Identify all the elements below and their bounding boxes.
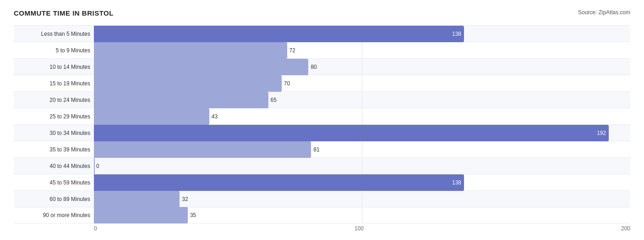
bar-row: 40 to 44 Minutes0: [14, 157, 630, 174]
bar-fill: [94, 191, 180, 207]
bar-track: 81: [94, 141, 630, 158]
bar-value: 65: [271, 97, 277, 103]
bar-label: 30 to 34 Minutes: [14, 130, 94, 136]
bar-track: 70: [94, 75, 630, 92]
bar-value: 138: [452, 31, 461, 37]
bar-row: 35 to 39 Minutes81: [14, 141, 630, 157]
bar-fill: 192: [94, 125, 609, 141]
bar-label: 15 to 19 Minutes: [14, 80, 94, 87]
bar-row: Less than 5 Minutes138: [14, 25, 630, 42]
x-tick: 100: [355, 225, 364, 232]
bar-fill: [94, 92, 268, 108]
x-axis: 0100200: [14, 225, 630, 232]
bar-label: 20 to 24 Minutes: [14, 97, 94, 103]
chart-title: COMMUTE TIME IN BRISTOL: [14, 9, 114, 17]
bar-value: 138: [452, 179, 461, 186]
bar-track: 72: [94, 42, 630, 59]
bar-track: 80: [94, 59, 630, 75]
bar-track: 35: [94, 207, 630, 223]
bar-label: Less than 5 Minutes: [14, 31, 94, 37]
bar-value: 35: [190, 212, 196, 218]
bar-fill: 138: [94, 174, 464, 191]
chart-area: Less than 5 Minutes1385 to 9 Minutes7210…: [14, 25, 630, 223]
bar-track: 65: [94, 92, 630, 108]
bar-label: 45 to 59 Minutes: [14, 179, 94, 186]
bar-fill: [94, 141, 311, 158]
bar-row: 25 to 29 Minutes43: [14, 108, 630, 124]
bar-label: 60 to 89 Minutes: [14, 196, 94, 202]
bar-fill: [94, 108, 209, 125]
bar-track: 0: [94, 158, 630, 174]
bar-fill: [94, 75, 282, 92]
bar-fill: [94, 59, 308, 75]
bar-track: 138: [94, 26, 630, 42]
bar-value: 72: [289, 47, 295, 54]
bar-label: 5 to 9 Minutes: [14, 47, 94, 54]
bar-track: 32: [94, 191, 630, 207]
x-tick: 200: [621, 225, 630, 232]
bar-fill: 138: [94, 26, 464, 42]
bar-track: 43: [94, 108, 630, 125]
bar-fill: [94, 42, 287, 59]
bar-label: 25 to 29 Minutes: [14, 113, 94, 120]
bar-fill: [94, 207, 188, 223]
bar-row: 30 to 34 Minutes192: [14, 124, 630, 141]
bar-track: 138: [94, 174, 630, 191]
bar-value: 0: [96, 163, 99, 169]
bar-value: 192: [597, 130, 606, 136]
x-axis-track: 0100200: [94, 225, 630, 232]
bar-value: 70: [284, 80, 290, 87]
bar-row: 15 to 19 Minutes70: [14, 75, 630, 91]
bar-row: 90 or more Minutes35: [14, 207, 630, 223]
bar-label: 90 or more Minutes: [14, 212, 94, 218]
bar-label: 40 to 44 Minutes: [14, 163, 94, 169]
bar-row: 60 to 89 Minutes32: [14, 190, 630, 207]
chart-header: COMMUTE TIME IN BRISTOL Source: ZipAtlas…: [14, 9, 630, 17]
bar-fill: [94, 158, 95, 174]
bar-track: 192: [94, 125, 630, 141]
bar-row: 10 to 14 Minutes80: [14, 58, 630, 75]
bar-row: 20 to 24 Minutes65: [14, 91, 630, 108]
bar-value: 81: [313, 146, 319, 153]
chart-source: Source: ZipAtlas.com: [578, 9, 630, 16]
bar-value: 32: [182, 196, 188, 202]
bar-value: 43: [212, 113, 218, 120]
bar-row: 5 to 9 Minutes72: [14, 42, 630, 58]
bar-row: 45 to 59 Minutes138: [14, 174, 630, 190]
bar-label: 10 to 14 Minutes: [14, 64, 94, 70]
x-tick: 0: [94, 225, 97, 232]
bar-value: 80: [311, 64, 317, 70]
bar-label: 35 to 39 Minutes: [14, 146, 94, 153]
